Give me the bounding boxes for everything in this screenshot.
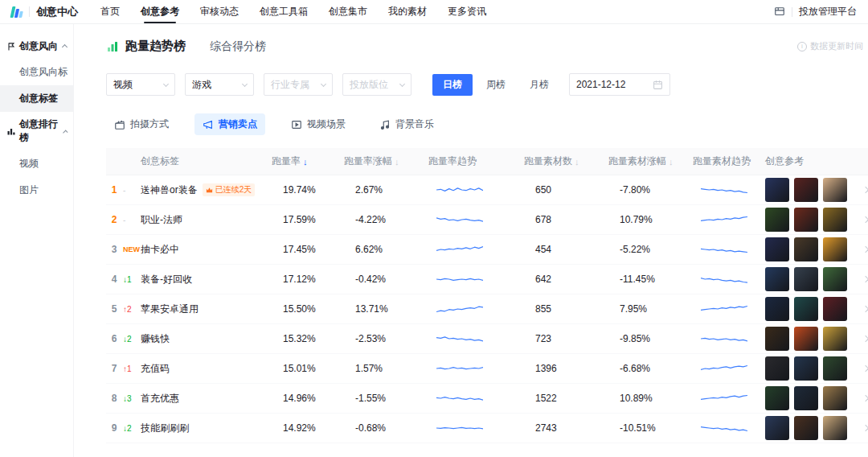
rank-number: 1 xyxy=(109,184,119,196)
creative-thumbnail[interactable] xyxy=(794,327,818,351)
creative-thumbnail[interactable] xyxy=(823,356,847,381)
creative-thumbnail[interactable] xyxy=(765,416,789,440)
tag-cell[interactable]: 送神兽or装备 已连续2天 xyxy=(141,183,272,197)
creative-thumbnail[interactable] xyxy=(823,386,847,410)
creative-thumbnail[interactable] xyxy=(823,237,847,261)
table-row[interactable]: 8 ↓3 首充优惠 14.96% -1.55% 1522 10.89% xyxy=(106,384,868,414)
creative-thumbnail[interactable] xyxy=(823,267,847,291)
tag-cell[interactable]: 装备-好回收 xyxy=(141,273,272,286)
creative-thumbnail[interactable] xyxy=(794,178,818,202)
creative-thumbnail[interactable] xyxy=(765,386,789,410)
date-picker[interactable]: 2021-12-12 xyxy=(569,73,670,96)
tag-cell[interactable]: 职业-法师 xyxy=(141,213,272,227)
row-expand-chevron-icon[interactable] xyxy=(862,187,868,193)
row-expand-chevron-icon[interactable] xyxy=(862,425,868,431)
creative-thumbnail[interactable] xyxy=(765,237,789,261)
rate-trend-sparkline xyxy=(428,212,524,227)
table-row[interactable]: 3 NEW 抽卡必中 17.45% 6.62% 454 -5.22% xyxy=(106,235,868,265)
segment-daily[interactable]: 日榜 xyxy=(432,74,473,96)
creative-thumbnail[interactable] xyxy=(823,327,847,351)
nav-item-home[interactable]: 首页 xyxy=(100,0,120,23)
tab-video-scene[interactable]: 视频场景 xyxy=(283,113,354,135)
tag-cell[interactable]: 苹果安卓通用 xyxy=(141,303,272,316)
tag-cell[interactable]: 首充优惠 xyxy=(141,392,272,406)
table-row[interactable]: 9 ↓2 技能刷刷刷 14.92% -0.68% 2743 -10.51% xyxy=(106,414,868,443)
creative-thumbnail[interactable] xyxy=(794,386,818,410)
nav-item-creative-market[interactable]: 创意集市 xyxy=(329,0,367,23)
row-expand-chevron-icon[interactable] xyxy=(862,246,868,253)
creative-thumbnail[interactable] xyxy=(823,208,847,232)
creative-thumbnail[interactable] xyxy=(823,297,847,321)
sidebar-item-creative-tags[interactable]: 创意标签 xyxy=(0,85,73,112)
placement-select[interactable]: 投放版位 xyxy=(342,73,411,96)
nav-item-creative-toolbox[interactable]: 创意工具箱 xyxy=(260,0,308,23)
sidebar-item-video[interactable]: 视频 xyxy=(0,150,73,177)
sidebar-group-creative-ranking[interactable]: 创意排行榜 xyxy=(0,112,73,150)
creative-thumbnail[interactable] xyxy=(794,208,818,232)
creative-thumbnail[interactable] xyxy=(794,356,818,381)
creative-thumbnail[interactable] xyxy=(794,267,818,291)
delivery-platform-link[interactable]: 投放管理平台 xyxy=(799,5,857,19)
nav-item-creative-reference[interactable]: 创意参考 xyxy=(141,0,179,23)
row-expand-chevron-icon[interactable] xyxy=(862,276,868,282)
table-row[interactable]: 4 ↓1 装备-好回收 17.12% -0.42% 642 -11.45% xyxy=(106,265,868,294)
creative-thumbnail[interactable] xyxy=(794,416,818,440)
row-expand-chevron-icon[interactable] xyxy=(862,336,868,342)
row-expand-chevron-icon[interactable] xyxy=(862,216,868,223)
table-row[interactable]: 5 ↑2 苹果安卓通用 15.50% 13.71% 855 7.95% xyxy=(106,294,868,324)
tag-label: 首充优惠 xyxy=(141,392,179,406)
creative-thumbnail[interactable] xyxy=(794,237,818,261)
row-expand-chevron-icon[interactable] xyxy=(862,395,868,401)
nav-item-review-updates[interactable]: 审核动态 xyxy=(200,0,239,23)
run-rate-change-value: -0.68% xyxy=(344,422,428,434)
table-row[interactable]: 6 ↓2 赚钱快 15.32% -2.53% 723 -9.85% xyxy=(106,324,868,354)
segment-weekly[interactable]: 周榜 xyxy=(476,74,516,96)
table-row[interactable]: 2 - 职业-法师 17.59% -4.22% 678 10.79% xyxy=(106,205,868,235)
chevron-down-icon xyxy=(399,80,405,86)
tab-marketing-selling-point[interactable]: 营销卖点 xyxy=(194,113,265,135)
creative-thumbnail[interactable] xyxy=(765,356,789,381)
creative-thumbnail[interactable] xyxy=(765,327,789,351)
industry-exclusive-select[interactable]: 行业专属 xyxy=(264,73,333,96)
sort-icon[interactable]: ↓ xyxy=(395,157,399,167)
creative-thumbnail[interactable] xyxy=(823,416,847,440)
tag-cell[interactable]: 抽卡必中 xyxy=(141,243,272,257)
material-type-select[interactable]: 视频 xyxy=(106,73,175,96)
sidebar-group-label: 创意排行榜 xyxy=(19,117,60,145)
tag-cell[interactable]: 充值码 xyxy=(141,362,272,376)
tag-cell[interactable]: 技能刷刷刷 xyxy=(141,422,272,435)
creative-thumbnail[interactable] xyxy=(765,267,789,291)
tab-composite-score-ranking[interactable]: 综合得分榜 xyxy=(210,39,266,54)
header-run-rate-change[interactable]: 跑量率涨幅 ↓ xyxy=(344,154,428,168)
segment-monthly[interactable]: 月榜 xyxy=(519,74,559,96)
header-materials-count[interactable]: 跑量素材数 ↓ xyxy=(524,154,608,168)
materials-change-value: 7.95% xyxy=(608,303,693,315)
header-materials-change[interactable]: 跑量素材涨幅 ↓ xyxy=(608,154,693,168)
table-row[interactable]: 1 - 送神兽or装备 已连续2天 19.74% 2.67% 650 -7.80… xyxy=(106,175,868,205)
row-expand-chevron-icon[interactable] xyxy=(862,365,868,372)
run-rate-change-value: -2.53% xyxy=(344,333,428,344)
tab-shooting-method[interactable]: 拍摄方式 xyxy=(106,113,177,135)
creative-thumbnail[interactable] xyxy=(794,297,818,321)
tab-background-music[interactable]: 背景音乐 xyxy=(371,113,442,135)
tag-cell[interactable]: 赚钱快 xyxy=(141,332,272,346)
sort-desc-icon[interactable]: ↓ xyxy=(303,157,308,167)
sidebar-group-creative-trends[interactable]: 创意风向 xyxy=(0,34,73,59)
nav-item-more-news[interactable]: 更多资讯 xyxy=(448,0,486,23)
creative-thumbnail[interactable] xyxy=(765,178,789,202)
table-row[interactable]: 7 ↑1 充值码 15.01% 1.57% 1396 -6.68% xyxy=(106,354,868,384)
creative-thumbnail[interactable] xyxy=(823,178,847,202)
sort-icon[interactable]: ↓ xyxy=(575,157,579,167)
clapperboard-icon xyxy=(114,119,125,130)
nav-item-my-assets[interactable]: 我的素材 xyxy=(388,0,427,23)
sidebar-item-image[interactable]: 图片 xyxy=(0,177,73,204)
industry-select[interactable]: 游戏 xyxy=(185,73,254,96)
sort-icon[interactable]: ↓ xyxy=(669,157,674,167)
materials-change-value: -7.80% xyxy=(608,184,693,196)
sidebar-item-creative-windvane[interactable]: 创意风向标 xyxy=(0,59,73,85)
header-run-rate[interactable]: 跑量率 ↓ xyxy=(272,154,344,168)
row-expand-chevron-icon[interactable] xyxy=(862,306,868,312)
creative-thumbnail[interactable] xyxy=(765,297,789,321)
creative-thumbnail[interactable] xyxy=(765,208,789,232)
tab-run-volume-trend-ranking[interactable]: 跑量趋势榜 xyxy=(125,39,186,54)
